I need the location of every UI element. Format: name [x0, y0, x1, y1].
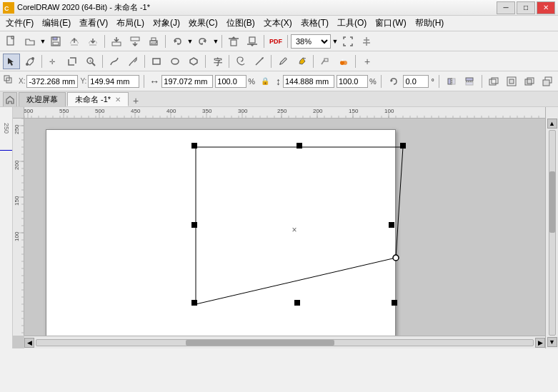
- align-top-button[interactable]: [225, 34, 242, 49]
- import-button[interactable]: [108, 34, 125, 49]
- color-style-tool[interactable]: ★: [335, 54, 352, 69]
- arrange3-button[interactable]: [522, 74, 537, 89]
- svg-rect-6: [53, 42, 59, 45]
- scroll-down-btn[interactable]: ▼: [547, 337, 557, 347]
- menu-object[interactable]: 对象(J): [149, 16, 184, 31]
- menu-tools[interactable]: 工具(O): [333, 16, 371, 31]
- tab-close-icon[interactable]: ✕: [115, 96, 121, 104]
- menu-bitmap[interactable]: 位图(B): [222, 16, 259, 31]
- open-button[interactable]: [21, 34, 39, 49]
- zoom-dropdown[interactable]: ▼: [332, 34, 338, 49]
- menu-edit[interactable]: 编辑(E): [38, 16, 75, 31]
- transform-tool[interactable]: ✛: [45, 54, 62, 69]
- options-button[interactable]: [358, 34, 375, 49]
- fill-tool[interactable]: [293, 54, 310, 69]
- add-tool-button[interactable]: +: [359, 54, 376, 69]
- print-button[interactable]: [145, 34, 162, 49]
- crop-tool[interactable]: [64, 54, 81, 69]
- undo-dropdown[interactable]: ▼: [187, 34, 193, 49]
- arrange2-button[interactable]: [504, 74, 519, 89]
- v-scrollbar[interactable]: ▲ ▼: [545, 107, 558, 348]
- width-pct-input[interactable]: [215, 75, 246, 88]
- menu-text[interactable]: 文本(X): [259, 16, 297, 31]
- menu-effects[interactable]: 效果(C): [184, 16, 222, 31]
- connector-tool[interactable]: [251, 54, 268, 69]
- select-tool[interactable]: [3, 54, 20, 69]
- maximize-button[interactable]: □: [517, 1, 535, 14]
- sep-t4: [205, 55, 206, 68]
- eyedropper-tool[interactable]: [274, 54, 292, 69]
- tab-home[interactable]: [3, 92, 17, 106]
- tab-document[interactable]: 未命名 -1* ✕: [67, 92, 129, 106]
- width-pct-group: %: [215, 75, 255, 88]
- new-button[interactable]: [3, 34, 20, 49]
- svg-rect-50: [448, 79, 451, 84]
- svg-marker-36: [190, 58, 197, 65]
- width-input[interactable]: [161, 75, 213, 88]
- arrange4-button[interactable]: [539, 74, 555, 89]
- h-scrollbar[interactable]: ◀ ▶: [24, 336, 545, 348]
- left-ruler-canvas: [13, 119, 24, 336]
- x-input[interactable]: [26, 75, 78, 88]
- svg-rect-54: [466, 82, 473, 85]
- menu-table[interactable]: 表格(T): [297, 16, 333, 31]
- flip-h-button[interactable]: [444, 74, 459, 89]
- reset-button[interactable]: [386, 74, 402, 89]
- lock-ratio-button[interactable]: 🔒: [257, 74, 273, 89]
- angle-input[interactable]: [403, 75, 429, 88]
- ellipse-tool[interactable]: [166, 54, 184, 69]
- redo-button[interactable]: [194, 34, 211, 49]
- freehand-tool[interactable]: [106, 54, 123, 69]
- menu-help[interactable]: 帮助(H): [411, 16, 449, 31]
- zoom-tool[interactable]: +: [82, 54, 99, 69]
- tab-welcome[interactable]: 欢迎屏幕: [19, 92, 66, 106]
- cloud-upload-button[interactable]: [66, 34, 83, 49]
- canvas-content[interactable]: ×: [24, 119, 545, 336]
- export-button[interactable]: [126, 34, 144, 49]
- undo-button[interactable]: [169, 34, 186, 49]
- cloud-download-button[interactable]: [84, 34, 101, 49]
- height-input[interactable]: [283, 75, 334, 88]
- redo-dropdown[interactable]: ▼: [213, 34, 219, 49]
- menu-bar: 文件(F) 编辑(E) 查看(V) 布局(L) 对象(J) 效果(C) 位图(B…: [0, 16, 558, 31]
- scroll-right-btn[interactable]: ▶: [535, 338, 545, 348]
- canvas-area[interactable]: × ◀: [13, 107, 545, 348]
- menu-view[interactable]: 查看(V): [75, 16, 112, 31]
- v-scrollbar-track[interactable]: [549, 130, 556, 336]
- handle-tr[interactable]: [400, 143, 406, 149]
- flip-v-button[interactable]: [462, 74, 477, 89]
- text-tool[interactable]: 字: [209, 54, 226, 69]
- minimize-button[interactable]: ─: [497, 1, 515, 14]
- menu-file[interactable]: 文件(F): [1, 16, 38, 31]
- v-scrollbar-thumb[interactable]: [549, 171, 555, 233]
- svg-line-43: [322, 60, 324, 64]
- svg-rect-60: [525, 79, 532, 85]
- close-button[interactable]: ✕: [537, 1, 555, 14]
- scroll-left-btn[interactable]: ◀: [24, 338, 34, 348]
- align-bottom-button[interactable]: [244, 34, 261, 49]
- scroll-up-btn[interactable]: ▲: [547, 119, 557, 129]
- tab-add-button[interactable]: +: [130, 95, 141, 106]
- fullscreen-button[interactable]: [339, 34, 357, 49]
- width-group: ↔: [149, 75, 213, 88]
- node-tool[interactable]: [21, 54, 39, 69]
- height-pct-input[interactable]: [337, 75, 368, 88]
- arrange1-button[interactable]: [486, 74, 502, 89]
- menu-layout[interactable]: 布局(L): [112, 16, 149, 31]
- menu-window[interactable]: 窗口(W): [371, 16, 410, 31]
- height-group: ↕: [275, 75, 334, 88]
- sep-t8: [355, 55, 356, 68]
- save-button[interactable]: [47, 34, 64, 49]
- h-scrollbar-thumb[interactable]: [186, 340, 335, 346]
- zoom-combo[interactable]: 38% 50% 75% 100%: [291, 34, 331, 49]
- spiral-tool[interactable]: [232, 54, 249, 69]
- rect-tool[interactable]: [148, 54, 165, 69]
- pen-tool[interactable]: [124, 54, 141, 69]
- h-scrollbar-track[interactable]: [36, 339, 534, 346]
- y-input[interactable]: [88, 75, 139, 88]
- pdf-button[interactable]: PDF: [267, 34, 284, 49]
- polygon-tool[interactable]: [185, 54, 202, 69]
- svg-rect-13: [151, 43, 156, 44]
- open-dropdown[interactable]: ▼: [40, 34, 46, 49]
- hammer-tool[interactable]: [317, 54, 334, 69]
